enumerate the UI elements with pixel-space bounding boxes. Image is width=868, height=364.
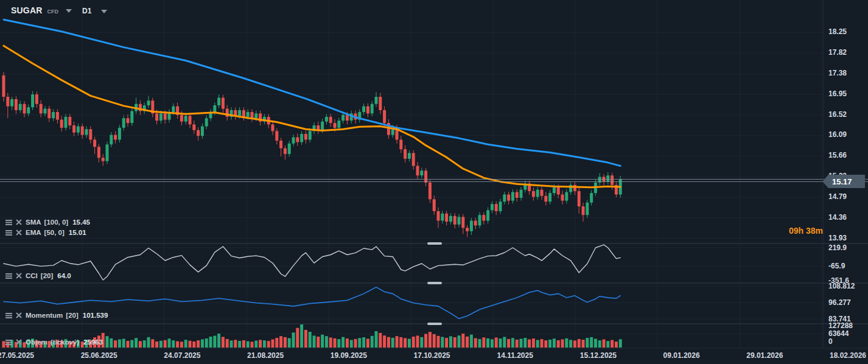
legend-cci-params: [20]	[41, 272, 53, 279]
date-tick-label: 19.09.2025	[321, 351, 376, 360]
momentum-tick-label: 96.277	[828, 298, 851, 307]
price-tick-label: 13.93	[828, 234, 847, 242]
price-tick-label: 15.66	[828, 151, 847, 159]
date-tick-label: 18.02.2026	[821, 351, 868, 360]
instrument-type-badge: CFD	[47, 9, 59, 15]
price-scale[interactable]: 18.2517.8217.3816.9516.5216.0915.6615.23…	[824, 0, 868, 348]
date-tick-label: 09.01.2026	[654, 351, 709, 360]
price-tick-label: 14.79	[828, 192, 847, 201]
cci-tick-label: -65.9	[828, 262, 845, 270]
pane-resize-handle[interactable]	[427, 282, 442, 284]
volume-tick-label: 63644	[828, 329, 849, 338]
price-tick-label: 16.52	[828, 110, 847, 119]
indicator-settings-icon[interactable]	[5, 312, 12, 319]
timeframe-selector[interactable]: D1	[82, 7, 107, 15]
legend-ema-name: EMA	[26, 229, 41, 236]
indicator-close-icon[interactable]	[15, 219, 23, 226]
bar-close-countdown: 09h 38m	[754, 226, 823, 236]
date-tick-label: 17.10.2025	[405, 351, 460, 360]
price-tick-label: 17.82	[828, 48, 847, 57]
indicator-settings-icon[interactable]	[5, 338, 12, 346]
indicator-settings-icon[interactable]	[5, 219, 12, 226]
indicator-close-icon[interactable]	[15, 229, 23, 236]
trading-chart-window: SUGAR CFD D1 SMA [100, 0] 15.45 EMA [50,…	[0, 0, 868, 364]
volume-tick-label: 127288	[828, 321, 853, 330]
legend-cci: CCI [20] 64.0	[5, 272, 71, 279]
volume-tick-label: 0	[828, 337, 833, 346]
indicator-close-icon[interactable]	[15, 272, 23, 279]
date-tick-label: 25.06.2025	[72, 351, 127, 360]
date-tick-label: 24.07.2025	[155, 351, 209, 360]
legend-sma-name: SMA	[26, 219, 41, 226]
price-tick-label: 16.09	[828, 130, 847, 139]
price-tick-label: 16.95	[828, 89, 847, 98]
legend-volume-value: 25963	[83, 338, 103, 346]
legend-ema-value: 15.01	[69, 229, 86, 236]
time-scale[interactable]: 27.05.202525.06.202524.07.202521.08.2025…	[0, 348, 868, 364]
legend-cci-value: 64.0	[57, 272, 71, 279]
current-price-badge: 15.17	[822, 175, 865, 188]
timeframe-label: D1	[82, 7, 91, 15]
indicator-settings-icon[interactable]	[5, 229, 12, 236]
legend-volume: Objem (tickový) 25963	[5, 338, 103, 346]
cci-tick-label: 219.9	[828, 243, 847, 252]
price-tick-label: 14.36	[828, 213, 847, 222]
chevron-down-icon	[101, 10, 107, 13]
price-tick-label: 18.25	[828, 27, 847, 36]
chart-canvas[interactable]	[0, 0, 868, 364]
date-tick-label: 27.05.2025	[0, 351, 43, 360]
legend-sma-value: 15.45	[72, 219, 90, 226]
legend-volume-name: Objem	[26, 338, 47, 346]
indicator-close-icon[interactable]	[15, 338, 23, 346]
indicator-settings-icon[interactable]	[5, 272, 12, 279]
date-tick-label: 21.08.2025	[238, 351, 293, 360]
legend-momentum-name: Momentum	[26, 312, 63, 319]
symbol-selector[interactable]: SUGAR CFD	[11, 5, 72, 15]
legend-volume-params: (tickový)	[51, 338, 79, 346]
date-tick-label: 15.12.2025	[571, 351, 626, 360]
pane-resize-handle[interactable]	[427, 323, 442, 325]
price-tick-label: 17.38	[828, 69, 847, 77]
indicator-close-icon[interactable]	[15, 312, 23, 319]
pane-resize-handle[interactable]	[427, 242, 442, 245]
date-tick-label: 29.01.2026	[737, 351, 792, 360]
countdown-hours: 09h	[789, 226, 803, 236]
legend-sma: SMA [100, 0] 15.45	[5, 219, 90, 226]
legend-ema-params: [50, 0]	[44, 229, 65, 236]
legend-cci-name: CCI	[26, 272, 38, 279]
legend-ema: EMA [50, 0] 15.01	[5, 229, 86, 236]
momentum-tick-label: 108.812	[828, 282, 855, 290]
chevron-down-icon	[66, 9, 72, 13]
current-price-value: 15.17	[832, 177, 852, 186]
legend-sma-params: [100, 0]	[44, 219, 69, 226]
legend-momentum-params: [20]	[66, 312, 78, 319]
date-tick-label: 14.11.2025	[488, 351, 542, 360]
symbol-name: SUGAR	[11, 5, 43, 15]
legend-momentum-value: 101.539	[83, 312, 108, 319]
countdown-minutes: 38m	[806, 226, 823, 236]
legend-momentum: Momentum [20] 101.539	[5, 312, 108, 319]
